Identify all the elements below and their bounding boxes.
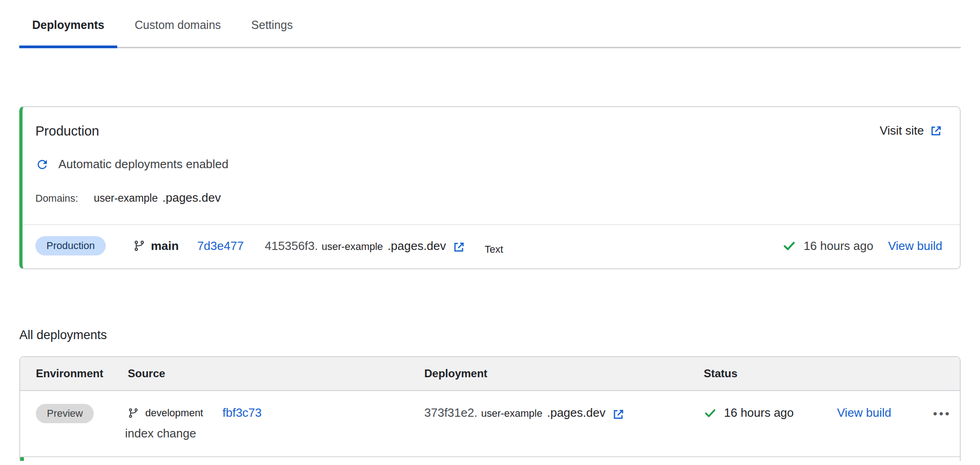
tab-deployments[interactable]: Deployments	[19, 18, 117, 48]
commit-message: index change	[125, 426, 424, 441]
visit-site-label: Visit site	[880, 124, 924, 138]
table-row: Preview development fbf3c73 index change…	[20, 391, 960, 456]
row-note: Text	[484, 244, 503, 255]
external-link-icon[interactable]	[452, 241, 465, 254]
deployments-table: Environment Source Deployment Status Pre…	[19, 356, 961, 461]
deployment-time: 16 hours ago	[724, 406, 794, 420]
branch-name: main	[151, 239, 179, 253]
deployment-time: 16 hours ago	[803, 239, 873, 253]
visit-site-link[interactable]: Visit site	[880, 124, 942, 138]
environment-badge: Preview	[36, 404, 94, 423]
production-accent-bar	[20, 457, 24, 461]
table-header-row: Environment Source Deployment Status	[20, 357, 960, 391]
auto-deployments-text: Automatic deployments enabled	[58, 157, 228, 171]
domains-label: Domains:	[35, 193, 78, 204]
deployment-status: 16 hours ago	[704, 406, 837, 420]
branch-name: development	[145, 407, 203, 419]
branch-group: main	[133, 239, 179, 253]
overflow-menu-icon[interactable]: •••	[924, 407, 960, 421]
auto-deployments-status: Automatic deployments enabled	[35, 157, 960, 171]
commit-link[interactable]: 7d3e477	[197, 239, 244, 253]
tab-settings[interactable]: Settings	[239, 18, 306, 48]
view-build-link[interactable]: View build	[837, 406, 891, 420]
production-card-title: Production	[35, 124, 99, 139]
tab-bar: Deployments Custom domains Settings	[19, 0, 961, 48]
deployment-prefix: 373f31e2.	[424, 406, 478, 420]
deployment-status: 16 hours ago	[782, 239, 873, 253]
next-row-top-edge	[20, 456, 960, 461]
git-branch-icon	[133, 240, 145, 252]
tab-custom-domains[interactable]: Custom domains	[122, 18, 234, 48]
git-branch-icon	[128, 408, 139, 419]
deployment-name: user-example	[322, 241, 383, 253]
deployment-url[interactable]: 415356f3. user-example .pages.dev	[265, 239, 465, 253]
view-build-link[interactable]: View build	[888, 239, 942, 253]
environment-badge: Production	[35, 236, 106, 255]
deployment-name: user-example	[481, 408, 542, 420]
external-link-icon[interactable]	[612, 408, 625, 421]
refresh-icon	[35, 158, 49, 171]
domain-name: user-example	[94, 192, 158, 204]
deployment-url[interactable]: 373f31e2. user-example .pages.dev	[424, 406, 704, 420]
deployment-suffix: .pages.dev	[387, 239, 446, 253]
check-icon	[782, 239, 796, 253]
check-icon	[704, 407, 717, 420]
column-source: Source	[128, 367, 424, 380]
column-environment: Environment	[36, 367, 128, 380]
commit-link[interactable]: fbf3c73	[222, 406, 262, 420]
all-deployments-heading: All deployments	[19, 328, 980, 342]
production-deployment-row: Production main 7d3e477 415356f3. user-e…	[23, 224, 960, 268]
deployment-prefix: 415356f3.	[265, 239, 318, 253]
domains-row: Domains: user-example .pages.dev	[35, 191, 960, 205]
external-link-icon	[929, 125, 942, 137]
production-card: Production Visit site Automatic deployme…	[19, 106, 961, 269]
domain-suffix: .pages.dev	[162, 191, 221, 205]
column-deployment: Deployment	[424, 367, 704, 380]
deployment-suffix: .pages.dev	[547, 406, 605, 420]
column-status: Status	[704, 367, 837, 380]
